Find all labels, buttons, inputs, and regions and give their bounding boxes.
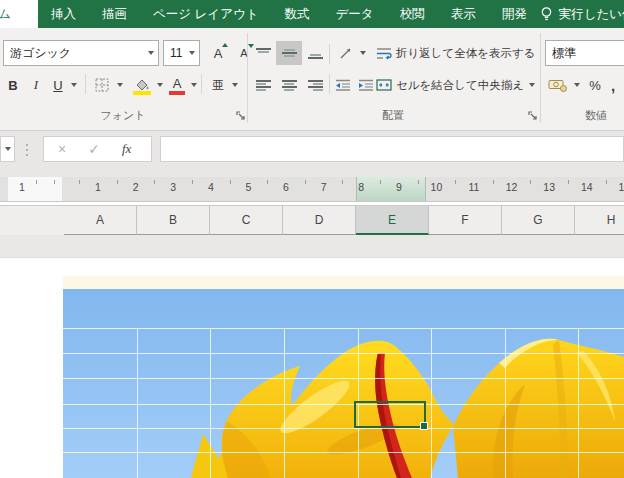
tab-home-active[interactable]: ホーム <box>0 0 38 28</box>
lightbulb-icon <box>540 6 553 22</box>
ruler-tick <box>380 180 381 184</box>
align-left-button[interactable] <box>252 72 274 98</box>
ruler-tick <box>267 180 268 184</box>
decrease-indent-button[interactable] <box>332 72 354 98</box>
page-layout-ruler[interactable]: 1 123456789101112131415 <box>0 177 624 202</box>
phonetic-guide-button[interactable]: 亜 <box>206 72 230 98</box>
increase-indent-icon <box>358 79 374 91</box>
tab-2[interactable]: ページ レイアウト <box>140 0 272 28</box>
align-right-icon <box>308 80 323 91</box>
align-bottom-icon <box>308 48 323 59</box>
font-name-value: 游ゴシック <box>10 45 148 62</box>
formula-input[interactable] <box>160 136 624 162</box>
worksheet-photo-area[interactable] <box>63 289 624 478</box>
fill-handle[interactable] <box>420 422 428 430</box>
wrap-text-label: 折り返して全体を表示する <box>396 46 536 61</box>
comma-style-button[interactable]: , <box>606 72 620 98</box>
align-left-icon <box>256 80 271 91</box>
column-header-F[interactable]: F <box>429 206 502 235</box>
chevron-down-icon[interactable] <box>189 51 195 55</box>
formula-bar-resizer[interactable] <box>26 144 28 156</box>
font-color-dropdown[interactable] <box>189 72 199 98</box>
tell-me-box[interactable]: 実行したい作業を <box>540 0 624 28</box>
bold-button[interactable]: B <box>2 72 24 98</box>
tab-5[interactable]: 校閲 <box>387 0 438 28</box>
wrap-text-button[interactable]: 折り返して全体を表示する <box>376 41 540 65</box>
name-box-dropdown[interactable] <box>0 136 15 162</box>
column-header-H[interactable]: H <box>575 206 624 235</box>
column-header-A[interactable]: A <box>64 206 137 235</box>
merge-center-button[interactable]: セルを結合して中央揃え <box>376 72 546 98</box>
column-header-G[interactable]: G <box>502 206 575 235</box>
tell-me-label: 実行したい作業を <box>559 6 624 23</box>
column-header-E[interactable]: E <box>356 206 429 235</box>
merge-center-icon <box>376 79 392 91</box>
font-size-combo[interactable]: 11 <box>163 40 200 66</box>
tab-1[interactable]: 描画 <box>89 0 140 28</box>
align-center-button[interactable] <box>276 72 302 98</box>
gridline-vertical <box>284 328 285 478</box>
ruler-number: 1 <box>95 181 101 193</box>
ruler-tick <box>230 180 231 184</box>
photo-top-fade <box>63 276 624 289</box>
column-header-row: ABCDEFGH <box>0 205 624 235</box>
font-dialog-launcher-icon[interactable] <box>236 111 246 121</box>
orientation-button[interactable] <box>334 41 358 65</box>
tab-3[interactable]: 数式 <box>272 0 323 28</box>
orientation-dropdown[interactable] <box>358 41 368 65</box>
currency-icon <box>548 78 568 92</box>
number-format-combo[interactable]: 標準 <box>545 40 624 66</box>
font-color-bar <box>169 91 185 95</box>
grow-font-glyph: A <box>214 46 223 61</box>
accounting-format-button[interactable] <box>545 72 571 98</box>
gridline-horizontal <box>63 452 624 453</box>
fill-color-button[interactable] <box>130 72 154 98</box>
percent-style-button[interactable]: % <box>586 72 604 98</box>
borders-button[interactable] <box>90 72 114 98</box>
borders-dropdown[interactable] <box>115 72 125 98</box>
font-color-glyph: A <box>173 76 182 91</box>
align-bottom-button[interactable] <box>304 41 326 65</box>
enter-button[interactable]: ✓ <box>88 141 100 157</box>
font-color-button[interactable]: A <box>166 72 188 98</box>
tab-4[interactable]: データ <box>323 0 387 28</box>
gridline-vertical <box>505 328 506 478</box>
merge-center-dropdown[interactable] <box>529 83 535 87</box>
selected-cell[interactable] <box>354 401 426 428</box>
insert-function-button[interactable]: fx <box>122 141 131 157</box>
align-top-button[interactable] <box>252 41 274 65</box>
align-right-button[interactable] <box>304 72 326 98</box>
ruler-tick <box>54 180 55 184</box>
column-header-B[interactable]: B <box>137 206 210 235</box>
ruler-tick <box>117 180 118 184</box>
italic-button[interactable]: I <box>26 72 46 98</box>
cancel-button[interactable]: × <box>58 141 66 157</box>
decrease-indent-icon <box>335 79 351 91</box>
column-header-C[interactable]: C <box>210 206 283 235</box>
chevron-down-icon[interactable] <box>148 51 154 55</box>
ruler-tick <box>36 180 37 184</box>
ruler-number: 11 <box>469 181 480 193</box>
alignment-dialog-launcher-icon[interactable] <box>528 111 538 121</box>
tulip-photo <box>63 289 624 478</box>
tab-6[interactable]: 表示 <box>438 0 489 28</box>
accounting-format-dropdown[interactable] <box>572 72 582 98</box>
font-group-label: フォント <box>0 108 246 123</box>
column-header-D[interactable]: D <box>283 206 356 235</box>
grow-font-button[interactable]: A <box>206 41 230 65</box>
ruler-margin-number: 1 <box>19 181 25 193</box>
align-middle-button[interactable] <box>276 41 302 65</box>
tab-7[interactable]: 開発 <box>489 0 540 28</box>
increase-indent-button[interactable] <box>355 72 377 98</box>
underline-dropdown[interactable] <box>69 72 79 98</box>
text-orientation-icon <box>339 46 353 60</box>
phonetic-dropdown[interactable] <box>230 72 240 98</box>
font-name-combo[interactable]: 游ゴシック <box>3 40 159 66</box>
ruler-tick <box>79 180 80 184</box>
formula-button-cluster: × ✓ fx <box>43 136 152 162</box>
tab-0[interactable]: 挿入 <box>38 0 89 28</box>
underline-button[interactable]: U <box>48 72 68 98</box>
fill-color-dropdown[interactable] <box>155 72 165 98</box>
merge-center-label: セルを結合して中央揃え <box>396 78 524 93</box>
alignment-group-label: 配置 <box>248 108 538 123</box>
